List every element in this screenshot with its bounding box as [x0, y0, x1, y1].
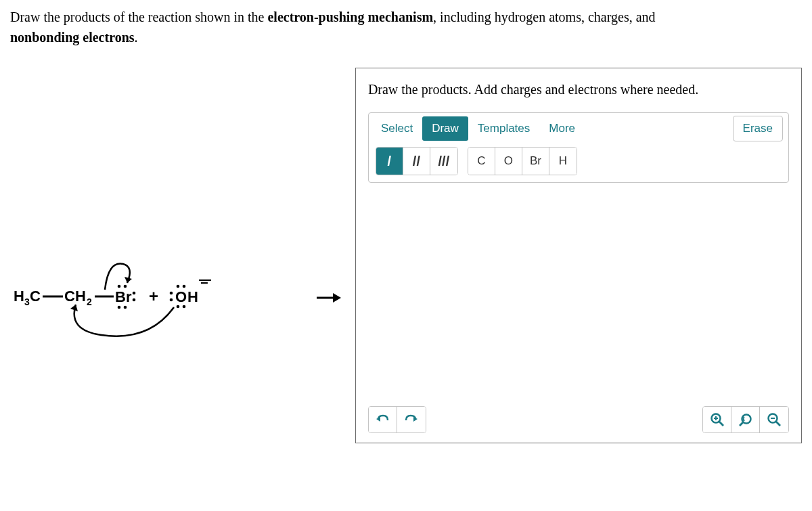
svg-line-31	[740, 422, 743, 426]
svg-line-27	[719, 422, 723, 426]
reaction-mechanism: H 3 C CH 2 Br + O	[10, 68, 302, 406]
svg-point-12	[133, 292, 136, 295]
svg-text:+: +	[149, 287, 158, 305]
svg-line-33	[776, 422, 780, 426]
svg-point-11	[124, 306, 127, 309]
svg-point-18	[177, 285, 180, 288]
triple-bond-button[interactable]: ///	[430, 148, 457, 175]
editor-toolbar: Select Draw Templates More Erase / // //…	[368, 112, 789, 183]
svg-text:−: −	[200, 275, 208, 290]
bond-tool-group: / // ///	[376, 147, 458, 175]
drawing-canvas[interactable]	[368, 183, 789, 386]
atom-o-button[interactable]: O	[495, 148, 522, 175]
svg-text:H: H	[187, 288, 198, 305]
svg-text:O: O	[175, 288, 187, 305]
undo-redo-group	[368, 406, 426, 433]
svg-text:C: C	[30, 288, 41, 305]
svg-point-15	[170, 292, 173, 295]
zoom-out-button[interactable]	[760, 407, 788, 432]
zoom-group	[702, 406, 789, 433]
svg-point-16	[170, 298, 173, 302]
reaction-arrow	[316, 68, 342, 406]
question-prompt: Draw the products of the reaction shown …	[10, 7, 802, 47]
atom-c-button[interactable]: C	[468, 148, 495, 175]
svg-point-21	[183, 305, 186, 309]
zoom-reset-button[interactable]	[731, 407, 760, 432]
svg-point-13	[133, 298, 136, 302]
svg-text:H: H	[14, 288, 24, 305]
double-bond-button[interactable]: //	[403, 148, 430, 175]
svg-point-9	[124, 285, 127, 288]
tab-more[interactable]: More	[539, 116, 585, 141]
atom-h-button[interactable]: H	[549, 148, 577, 175]
svg-text:Br: Br	[115, 288, 132, 305]
redo-button[interactable]	[397, 407, 426, 432]
drawing-editor-panel: Draw the products. Add charges and elect…	[355, 68, 802, 443]
svg-text:3: 3	[24, 296, 30, 307]
svg-text:CH: CH	[64, 288, 86, 305]
atom-br-button[interactable]: Br	[522, 148, 549, 175]
svg-text:2: 2	[87, 296, 92, 307]
svg-point-8	[118, 285, 121, 288]
tab-select[interactable]: Select	[371, 116, 422, 141]
erase-button[interactable]: Erase	[733, 116, 783, 141]
atom-tool-group: C O Br H	[468, 147, 577, 175]
svg-point-19	[183, 285, 186, 288]
svg-point-20	[177, 305, 180, 309]
zoom-in-button[interactable]	[703, 407, 731, 432]
svg-point-10	[118, 306, 121, 309]
undo-button[interactable]	[369, 407, 397, 432]
editor-instruction: Draw the products. Add charges and elect…	[368, 82, 789, 97]
tab-templates[interactable]: Templates	[468, 116, 539, 141]
single-bond-button[interactable]: /	[376, 148, 403, 175]
tab-draw[interactable]: Draw	[422, 116, 468, 141]
